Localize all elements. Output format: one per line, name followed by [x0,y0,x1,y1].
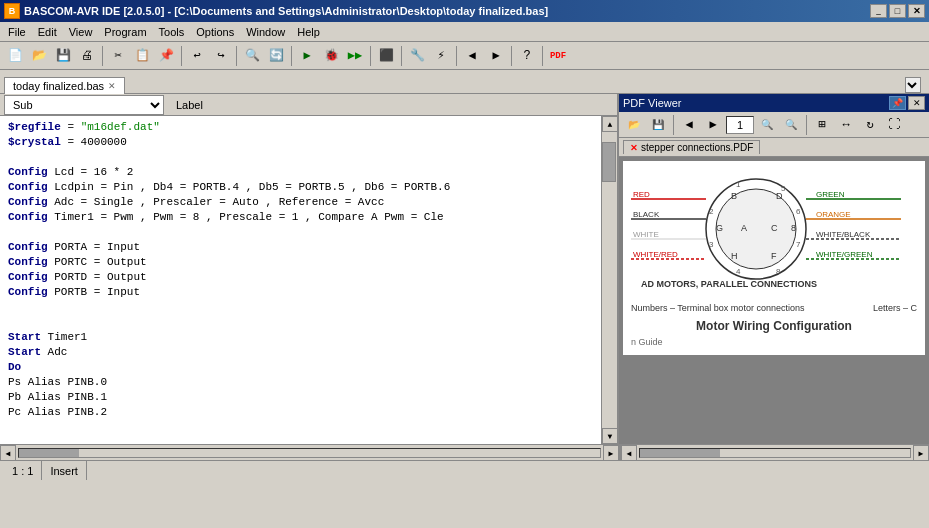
pdf-page-input[interactable]: 1 [726,116,754,134]
pdf-zoom-width[interactable]: ↔ [835,114,857,136]
print-button[interactable]: 🖨 [76,45,98,67]
pdf-document-tab[interactable]: ✕ stepper connections.PDF [623,140,760,154]
undo-button[interactable]: ↩ [186,45,208,67]
open-button[interactable]: 📂 [28,45,50,67]
tab-close-button[interactable]: ✕ [108,81,116,91]
cut-button[interactable]: ✂ [107,45,129,67]
svg-text:5: 5 [781,184,786,193]
pdf-save-btn[interactable]: 💾 [647,114,669,136]
redo-button[interactable]: ↪ [210,45,232,67]
pdf-close-button[interactable]: ✕ [908,96,925,110]
replace-button[interactable]: 🔄 [265,45,287,67]
toolbar-sep-4 [291,46,292,66]
pdf-rotate[interactable]: ↻ [859,114,881,136]
hscroll-left-button[interactable]: ◀ [0,445,16,461]
position-text: 1 : 1 [12,465,33,477]
minimize-button[interactable]: _ [870,4,887,18]
motor-wiring-title: Motor Wiring Configuration [631,319,917,333]
scroll-track[interactable] [602,132,617,428]
pdf-next-page[interactable]: ▶ [702,114,724,136]
pdf-titlebar: PDF Viewer 📌 ✕ [619,94,929,112]
find-button[interactable]: 🔍 [241,45,263,67]
help-button[interactable]: ? [516,45,538,67]
tab-label: today finalized.bas [13,80,104,92]
pdf-tab-bar: ✕ stepper connections.PDF [619,138,929,157]
maximize-button[interactable]: □ [889,4,906,18]
program-chip-button[interactable]: ⚡ [430,45,452,67]
editor-vscrollbar[interactable]: ▲ ▼ [601,116,617,444]
scroll-down-button[interactable]: ▼ [602,428,618,444]
toolbar-sep-3 [236,46,237,66]
pdf-zoom-fit[interactable]: ⊞ [811,114,833,136]
close-button[interactable]: ✕ [908,4,925,18]
save-button[interactable]: 💾 [52,45,74,67]
window-title: BASCOM-AVR IDE [2.0.5.0] - [C:\Documents… [24,5,548,17]
editor-hscroll-track: ◀ ▶ [0,445,619,460]
paste-button[interactable]: 📌 [155,45,177,67]
pdf-fullscreen[interactable]: ⛶ [883,114,905,136]
pdf-zoom-out[interactable]: 🔍 [756,114,778,136]
back-button[interactable]: ◀ [461,45,483,67]
svg-text:WHITE/BLACK: WHITE/BLACK [816,230,871,239]
pdf-title: PDF Viewer [623,97,681,109]
svg-text:8: 8 [791,223,796,233]
editor-body: $regfile = "m16def.dat" $crystal = 40000… [0,116,617,444]
toolbar-sep-6 [401,46,402,66]
tab-list-dropdown[interactable] [905,77,921,93]
pdf-content-area: B D G A C 8 H F 1 5 6 2 3 7 4 [619,157,929,444]
menu-tools[interactable]: Tools [153,24,191,40]
svg-text:3: 3 [709,240,714,249]
scroll-up-button[interactable]: ▲ [602,116,618,132]
guide-label: n Guide [631,337,917,347]
forward-button[interactable]: ▶ [485,45,507,67]
stop-button[interactable]: ⬛ [375,45,397,67]
copy-button[interactable]: 📋 [131,45,153,67]
menu-program[interactable]: Program [98,24,152,40]
pdf-sep-1 [673,115,674,135]
menu-view[interactable]: View [63,24,99,40]
label-section: Label [168,99,617,111]
sub-select[interactable]: Sub [4,95,164,115]
toolbar-sep-2 [181,46,182,66]
menu-help[interactable]: Help [291,24,326,40]
scroll-thumb[interactable] [602,142,616,182]
svg-text:4: 4 [736,267,741,276]
pdf-hscroll-thumb[interactable] [640,449,720,457]
compile-button[interactable]: ▶ [296,45,318,67]
menu-options[interactable]: Options [190,24,240,40]
app-icon: B [4,3,20,19]
svg-text:GREEN: GREEN [816,190,845,199]
svg-text:RED: RED [633,190,650,199]
menu-file[interactable]: File [2,24,32,40]
pdf-button[interactable]: PDF [547,45,569,67]
new-button[interactable]: 📄 [4,45,26,67]
window-controls: _ □ ✕ [870,4,925,18]
menu-edit[interactable]: Edit [32,24,63,40]
pdf-zoom-in[interactable]: 🔍 [780,114,802,136]
sub-label-bar: Sub Label [0,94,617,116]
pdf-prev-page[interactable]: ◀ [678,114,700,136]
pdf-pin-button[interactable]: 📌 [889,96,906,110]
svg-text:G: G [716,223,723,233]
hscroll-thumb[interactable] [19,449,79,457]
pdf-hscroll-track[interactable] [639,448,911,458]
pdf-hscroll-track: ◀ ▶ [619,445,929,460]
pdf-hscroll-left[interactable]: ◀ [621,445,637,461]
pdf-hscroll-right[interactable]: ▶ [913,445,929,461]
editor-tab[interactable]: today finalized.bas ✕ [4,77,125,94]
code-editor[interactable]: $regfile = "m16def.dat" $crystal = 40000… [0,116,601,422]
svg-text:7: 7 [796,240,801,249]
svg-text:1: 1 [736,180,741,189]
pdf-open-button[interactable]: 📂 [623,114,645,136]
svg-text:WHITE/GREEN: WHITE/GREEN [816,250,873,259]
hscroll-track[interactable] [18,448,601,458]
main-content: Sub Label $regfile = "m16def.dat" $cryst… [0,94,929,444]
menu-window[interactable]: Window [240,24,291,40]
debug-button[interactable]: 🐞 [320,45,342,67]
pdf-tab-icon: ✕ [630,143,638,153]
hscroll-right-button[interactable]: ▶ [603,445,619,461]
pdf-toolbar: 📂 💾 ◀ ▶ 1 🔍 🔍 ⊞ ↔ ↻ ⛶ [619,112,929,138]
toolbar-sep-5 [370,46,371,66]
run-button[interactable]: ▶▶ [344,45,366,67]
chip-button[interactable]: 🔧 [406,45,428,67]
